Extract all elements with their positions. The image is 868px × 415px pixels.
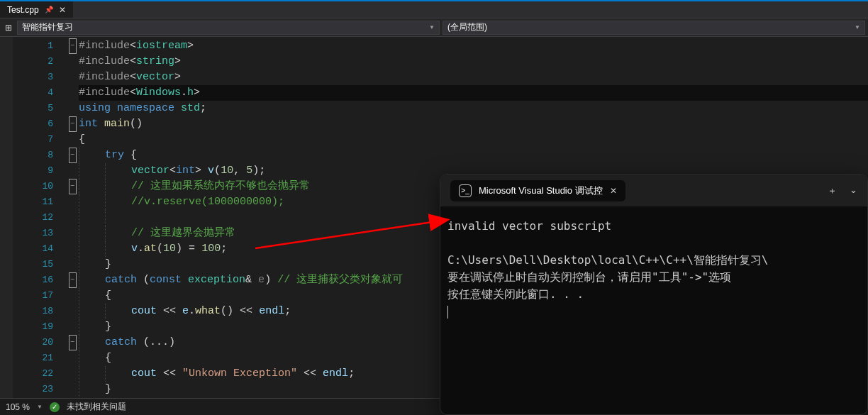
code-line[interactable]: try { bbox=[79, 148, 868, 163]
line-number: 2 bbox=[13, 54, 66, 70]
scope-dropdown-left[interactable]: 智能指针复习 ▼ bbox=[17, 21, 440, 35]
line-number-gutter: 1234567891011121314151617181920212223 bbox=[13, 37, 66, 398]
line-number: 12 bbox=[13, 210, 66, 226]
cursor bbox=[447, 306, 448, 319]
code-line[interactable]: int main() bbox=[79, 116, 868, 132]
code-line[interactable]: using namespace std; bbox=[79, 101, 868, 116]
line-number: 9 bbox=[13, 163, 66, 179]
line-number: 4 bbox=[13, 85, 66, 101]
file-tab-label: Test.cpp bbox=[7, 5, 39, 15]
fold-toggle[interactable]: − bbox=[69, 38, 77, 54]
close-icon[interactable]: ✕ bbox=[59, 5, 66, 15]
navigation-bar: ⊞ 智能指针复习 ▼ (全局范围) ▼ bbox=[0, 18, 868, 37]
debug-console-window[interactable]: >_ Microsoft Visual Studio 调试控 ✕ ＋ ⌄ inv… bbox=[440, 174, 868, 415]
console-output: invalid vector subscript C:\Users\Dell\D… bbox=[440, 206, 867, 331]
line-number: 7 bbox=[13, 132, 66, 148]
line-number: 11 bbox=[13, 194, 66, 210]
nav-icon[interactable]: ⊞ bbox=[3, 22, 14, 33]
new-tab-icon[interactable]: ＋ bbox=[828, 184, 837, 197]
fold-gutter: −−−−−− bbox=[66, 37, 79, 398]
line-number: 8 bbox=[13, 148, 66, 163]
line-number: 17 bbox=[13, 288, 66, 304]
line-number: 6 bbox=[13, 116, 66, 132]
console-title: Microsoft Visual Studio 调试控 bbox=[479, 184, 603, 197]
margin-gutter bbox=[0, 37, 13, 398]
pin-icon[interactable]: 📌 bbox=[45, 6, 53, 13]
line-number: 13 bbox=[13, 226, 66, 241]
line-number: 1 bbox=[13, 38, 66, 54]
scope-dropdown-right[interactable]: (全局范围) ▼ bbox=[443, 21, 865, 35]
scope-right-label: (全局范围) bbox=[447, 21, 487, 33]
line-number: 14 bbox=[13, 241, 66, 257]
terminal-icon: >_ bbox=[459, 184, 472, 197]
line-number: 18 bbox=[13, 304, 66, 319]
code-line[interactable]: #include<iostream> bbox=[79, 38, 868, 54]
close-icon[interactable]: ✕ bbox=[610, 186, 617, 196]
line-number: 23 bbox=[13, 382, 66, 397]
chevron-down-icon[interactable]: ⌄ bbox=[850, 184, 857, 197]
line-number: 5 bbox=[13, 101, 66, 116]
line-number: 20 bbox=[13, 335, 66, 350]
fold-toggle[interactable]: − bbox=[69, 116, 77, 132]
code-line[interactable]: #include<vector> bbox=[79, 70, 868, 85]
scope-left-label: 智能指针复习 bbox=[22, 21, 73, 33]
fold-toggle[interactable]: − bbox=[69, 148, 77, 163]
line-number: 15 bbox=[13, 257, 66, 272]
chevron-down-icon[interactable]: ▼ bbox=[37, 404, 43, 410]
console-actions: ＋ ⌄ bbox=[828, 184, 857, 197]
code-line[interactable]: { bbox=[79, 132, 868, 148]
console-tab[interactable]: >_ Microsoft Visual Studio 调试控 ✕ bbox=[450, 180, 625, 201]
line-number: 16 bbox=[13, 272, 66, 288]
code-line[interactable]: #include<string> bbox=[79, 54, 868, 70]
zoom-level[interactable]: 105 % bbox=[6, 402, 30, 412]
check-icon: ✓ bbox=[50, 402, 60, 412]
file-tab-test-cpp[interactable]: Test.cpp 📌 ✕ bbox=[0, 1, 73, 18]
line-number: 19 bbox=[13, 319, 66, 335]
line-number: 3 bbox=[13, 70, 66, 85]
fold-toggle[interactable]: − bbox=[69, 335, 77, 350]
line-number: 10 bbox=[13, 179, 66, 194]
console-titlebar[interactable]: >_ Microsoft Visual Studio 调试控 ✕ ＋ ⌄ bbox=[440, 175, 867, 206]
line-number: 22 bbox=[13, 366, 66, 382]
fold-toggle[interactable]: − bbox=[69, 272, 77, 288]
fold-toggle[interactable]: − bbox=[69, 179, 77, 194]
line-number: 21 bbox=[13, 350, 66, 366]
editor-tab-bar: Test.cpp 📌 ✕ bbox=[0, 1, 868, 18]
code-line[interactable]: #include<Windows.h> bbox=[79, 85, 868, 101]
chevron-down-icon: ▼ bbox=[855, 24, 860, 31]
chevron-down-icon: ▼ bbox=[429, 24, 435, 31]
issues-status[interactable]: 未找到相关问题 bbox=[67, 401, 126, 413]
